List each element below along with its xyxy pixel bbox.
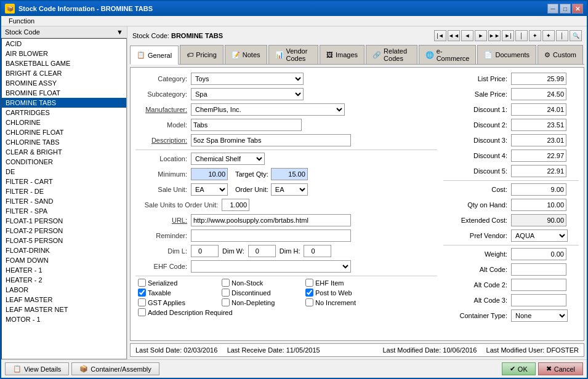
- list-item[interactable]: CONDITIONER: [2, 157, 126, 167]
- stock-code-list[interactable]: ACID AIR BLOWER BASKETBALL GAME BRIGHT &…: [1, 38, 127, 359]
- serialized-checkbox-label[interactable]: Serialized: [138, 279, 212, 287]
- ehf-item-checkbox[interactable]: [305, 279, 313, 287]
- serialized-checkbox[interactable]: [138, 279, 146, 287]
- order-unit-select[interactable]: EA: [271, 183, 308, 196]
- list-item[interactable]: FLOAT-1 PERSON: [2, 216, 126, 226]
- list-item[interactable]: BROMINE ASSY: [2, 78, 126, 88]
- tab-custom[interactable]: ⚙ Custom: [538, 45, 583, 64]
- cancel-button[interactable]: ✖ Cancel: [538, 362, 583, 375]
- nav-delete[interactable]: ✦: [542, 30, 555, 41]
- description-input[interactable]: [191, 134, 351, 146]
- added-desc-checkbox-label[interactable]: Added Description Required: [138, 308, 233, 316]
- list-item[interactable]: FILTER - SPA: [2, 206, 126, 216]
- dim-l-input[interactable]: [191, 245, 219, 257]
- nav-new[interactable]: ✦: [529, 30, 541, 41]
- no-increment-checkbox[interactable]: [305, 298, 313, 306]
- tab-related-codes[interactable]: 🔗 Related Codes: [366, 45, 417, 64]
- list-item[interactable]: ACID: [2, 39, 126, 49]
- non-depleting-checkbox[interactable]: [222, 298, 230, 306]
- list-item-selected[interactable]: BROMINE TABS: [2, 98, 126, 108]
- url-input[interactable]: [191, 214, 351, 226]
- manufacturer-select[interactable]: ChemPlus, Inc.: [191, 103, 345, 116]
- list-item[interactable]: BRIGHT & CLEAR: [2, 68, 126, 78]
- container-type-select[interactable]: None: [511, 309, 568, 322]
- gst-applies-checkbox-label[interactable]: GST Applies: [138, 298, 212, 306]
- discount1-input[interactable]: [511, 103, 566, 116]
- list-item[interactable]: FLOAT-5 PERSON: [2, 236, 126, 245]
- discount5-input[interactable]: [511, 165, 566, 177]
- discontinued-checkbox-label[interactable]: Discontinued: [222, 289, 296, 297]
- ok-button[interactable]: ✔ OK: [502, 362, 536, 375]
- tab-pricing[interactable]: 🏷 Pricing: [180, 45, 224, 64]
- list-item[interactable]: HEATER - 1: [2, 265, 126, 275]
- minimize-button[interactable]: ─: [547, 4, 558, 14]
- ehf-code-select[interactable]: [191, 260, 351, 273]
- list-price-input[interactable]: [511, 73, 566, 85]
- list-item[interactable]: CLEAR & BRIGHT: [2, 147, 126, 157]
- taxable-checkbox[interactable]: [138, 289, 146, 297]
- weight-input[interactable]: [511, 248, 566, 260]
- list-item[interactable]: FOAM DOWN: [2, 255, 126, 265]
- location-select[interactable]: Chemical Shelf: [191, 153, 265, 165]
- nav-search[interactable]: 🔍: [570, 30, 582, 41]
- list-item[interactable]: CARTRIDGES: [2, 108, 126, 118]
- reminder-input[interactable]: [191, 229, 351, 242]
- tab-general[interactable]: 📋 General: [130, 46, 179, 65]
- list-item[interactable]: BASKETBALL GAME: [2, 58, 126, 68]
- tab-images[interactable]: 🖼 Images: [320, 45, 364, 64]
- dim-w-input[interactable]: [248, 245, 276, 257]
- list-item[interactable]: CHLORINE TABS: [2, 137, 126, 147]
- minimum-input[interactable]: [191, 168, 228, 180]
- nav-prev-fast[interactable]: ◄◄: [448, 30, 460, 41]
- list-item[interactable]: LABOR: [2, 285, 126, 295]
- nav-prev[interactable]: ◄: [461, 30, 473, 41]
- tab-documents[interactable]: 📄 Documents: [477, 45, 536, 64]
- list-item[interactable]: AIR BLOWER: [2, 49, 126, 58]
- list-item[interactable]: CHLORINE FLOAT: [2, 127, 126, 137]
- close-button[interactable]: ✕: [572, 4, 583, 14]
- discount2-input[interactable]: [511, 119, 566, 131]
- list-item[interactable]: MOTOR - 1: [2, 314, 126, 324]
- menu-function[interactable]: Function: [4, 16, 39, 26]
- alt-code3-input[interactable]: [511, 294, 566, 306]
- list-item[interactable]: FLOAT-2 PERSON: [2, 226, 126, 236]
- discount4-input[interactable]: [511, 150, 566, 162]
- category-select[interactable]: Toys: [191, 73, 304, 85]
- list-item[interactable]: HEATER - 2: [2, 275, 126, 285]
- discontinued-checkbox[interactable]: [222, 289, 230, 297]
- non-stock-checkbox[interactable]: [222, 279, 230, 287]
- tab-ecommerce[interactable]: 🌐 e-Commerce: [419, 45, 477, 64]
- ehf-item-checkbox-label[interactable]: EHF Item: [305, 279, 379, 287]
- list-item[interactable]: FILTER - SAND: [2, 196, 126, 206]
- list-item[interactable]: FILTER - DE: [2, 186, 126, 196]
- post-to-web-checkbox-label[interactable]: Post to Web: [305, 289, 379, 297]
- added-desc-checkbox[interactable]: [138, 308, 146, 316]
- alt-code2-input[interactable]: [511, 279, 566, 291]
- sale-price-input[interactable]: [511, 88, 566, 100]
- model-input[interactable]: [191, 119, 302, 131]
- list-item[interactable]: FLOAT-DRINK: [2, 245, 126, 255]
- qty-on-hand-input[interactable]: [511, 199, 566, 211]
- non-depleting-checkbox-label[interactable]: Non-Depleting: [222, 298, 296, 306]
- target-qty-input[interactable]: [271, 168, 308, 180]
- list-item[interactable]: CHLORINE: [2, 118, 126, 127]
- discount3-input[interactable]: [511, 134, 566, 146]
- nav-last[interactable]: ►|: [502, 30, 514, 41]
- pref-vendor-select[interactable]: AQUA: [511, 229, 568, 242]
- sale-units-input[interactable]: [222, 199, 249, 211]
- view-details-button[interactable]: 📋 View Details: [5, 362, 69, 375]
- tab-notes[interactable]: 📝 Notes: [225, 45, 267, 64]
- container-assembly-button[interactable]: 📦 Container/Assembly: [71, 362, 159, 375]
- nav-next[interactable]: ►: [475, 30, 487, 41]
- list-item[interactable]: DE: [2, 167, 126, 177]
- no-increment-checkbox-label[interactable]: No Increment: [305, 298, 379, 306]
- list-item[interactable]: FILTER - CART: [2, 177, 126, 186]
- sale-unit-select[interactable]: EA: [191, 183, 228, 196]
- taxable-checkbox-label[interactable]: Taxable: [138, 289, 212, 297]
- nav-next-fast[interactable]: ►►: [488, 30, 501, 41]
- non-stock-checkbox-label[interactable]: Non-Stock: [222, 279, 296, 287]
- cost-input[interactable]: [511, 183, 566, 196]
- gst-applies-checkbox[interactable]: [138, 298, 146, 306]
- post-to-web-checkbox[interactable]: [305, 289, 313, 297]
- list-item[interactable]: BROMINE FLOAT: [2, 88, 126, 98]
